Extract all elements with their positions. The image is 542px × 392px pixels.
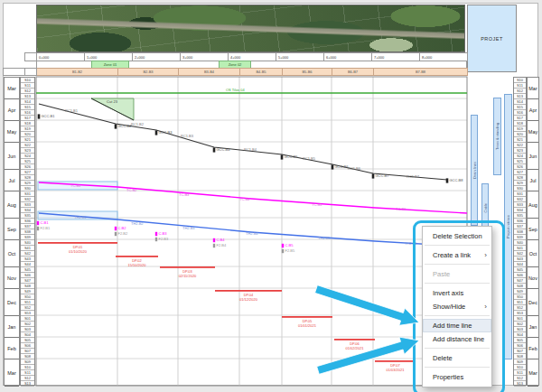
menu-item-label: Show/Hide <box>433 303 465 311</box>
point-milestone[interactable] <box>37 221 39 225</box>
black-milestone-label: GCC.B3 <box>159 130 173 135</box>
menu-item-delete-selection[interactable]: Delete Selection <box>423 229 491 243</box>
black-milestone[interactable] <box>281 154 284 159</box>
magenta-task-line-label: TC.B1 <box>70 183 81 188</box>
point-milestone[interactable] <box>282 244 284 247</box>
cut-area-label: Cut 23 <box>107 99 118 104</box>
red-dp-bar-date: 01/10/2020 <box>69 249 88 254</box>
menu-item-invert-axis[interactable]: Invert axis <box>423 286 491 300</box>
black-milestone[interactable] <box>155 130 158 135</box>
point-milestone[interactable] <box>115 227 117 230</box>
menu-item-show-hide[interactable]: Show/Hide› <box>423 300 491 313</box>
menu-item-label: Create a link <box>433 251 471 259</box>
menu-item-delete[interactable]: Delete <box>423 351 491 365</box>
menu-item-label: Properties <box>433 373 463 381</box>
black-milestone[interactable] <box>372 173 375 178</box>
blue-task-line-label: TH2.B3 <box>182 226 195 230</box>
red-dp-bar[interactable] <box>282 316 332 318</box>
point-milestone-label: F2.B3 <box>159 237 169 241</box>
black-milestone-label: GCC.B7 <box>376 173 390 178</box>
blue-task-line-label: TH2.B4 <box>246 231 258 236</box>
point-milestone-label: C.B1 <box>41 220 50 225</box>
red-dp-bar-date: 01/01/2021 <box>298 323 317 328</box>
point-milestone-label: F2.B4 <box>217 243 227 247</box>
green-time-line-label: OS Tilos 04 <box>226 88 245 92</box>
black-task-line-label: RC1.B6 <box>348 166 361 171</box>
blue-task-line-label: TH2.B2 <box>131 221 144 226</box>
black-task-line-label: RC1.B2 <box>131 122 145 126</box>
point-milestone[interactable] <box>155 232 157 236</box>
red-dp-bar[interactable] <box>160 266 215 268</box>
black-task-line-label: RC1.B7 <box>406 174 420 179</box>
black-milestone[interactable] <box>38 114 41 118</box>
menu-item-label: Invert axis <box>433 289 463 297</box>
black-milestone-label: GCC.B8 <box>450 178 464 182</box>
point-milestone[interactable] <box>282 249 284 253</box>
blue-task-line-label: TH2.B5 <box>318 236 331 240</box>
magenta-task-line-label: TC.B6 <box>396 207 406 211</box>
menu-item-create-a-link[interactable]: Create a link› <box>423 248 491 262</box>
menu-item-label: Delete <box>433 354 453 362</box>
point-milestone[interactable] <box>115 232 117 236</box>
red-dp-bar[interactable] <box>38 242 117 244</box>
black-milestone-label: GCC.B2 <box>118 124 133 128</box>
magenta-task-line-label: TC.B2 <box>126 188 137 192</box>
black-milestone[interactable] <box>446 178 449 182</box>
black-task-line-label: RC1.B3 <box>181 134 194 138</box>
menu-item-paste: Paste <box>423 267 491 281</box>
point-milestone-label: F2.B2 <box>118 231 128 236</box>
black-milestone[interactable] <box>115 124 117 128</box>
point-milestone-label: C.B4 <box>217 238 226 242</box>
menu-item-add-distance-line[interactable]: Add distance line <box>423 332 491 346</box>
red-dp-bar[interactable] <box>116 256 158 257</box>
red-dp-bar[interactable] <box>215 290 282 292</box>
red-dp-bar-date: 01/03/2021 <box>386 368 405 372</box>
point-milestone-label: C.B3 <box>159 231 168 236</box>
black-task-line-label: RC1.B1 <box>65 108 79 113</box>
black-milestone-label: GCC.B4 <box>217 147 231 152</box>
menu-item-label: Paste <box>433 270 450 278</box>
point-milestone-label: C.B5 <box>285 243 294 247</box>
magenta-task-line-label: TC.B5 <box>312 202 322 207</box>
point-milestone[interactable] <box>213 238 215 242</box>
red-dp-bar-date: 01/12/2020 <box>239 297 258 302</box>
magenta-task-line-label: TC.B3 <box>179 192 190 197</box>
point-milestone[interactable] <box>213 244 215 247</box>
black-milestone-label: GCC.B1 <box>42 114 56 118</box>
point-milestone[interactable] <box>37 227 39 230</box>
black-milestone[interactable] <box>213 147 216 152</box>
red-dp-bar[interactable] <box>375 360 416 362</box>
point-milestone-label: C.B2 <box>118 226 127 230</box>
menu-item-add-time-line[interactable]: Add time line <box>423 319 491 332</box>
black-task-line-label: RC1.B5 <box>303 156 316 161</box>
red-dp-bar-date: 02/11/2020 <box>179 274 197 278</box>
submenu-chevron-icon: › <box>484 300 487 313</box>
red-dp-bar-date: 15/10/2020 <box>127 263 146 267</box>
red-dp-bar[interactable] <box>334 339 375 341</box>
menu-item-properties[interactable]: Properties <box>423 370 491 384</box>
menu-item-label: Delete Selection <box>433 232 482 240</box>
black-task-line-label: RC1.B4 <box>244 147 257 152</box>
blue-task-line-label: TH2.B6 <box>405 241 417 246</box>
black-milestone[interactable] <box>332 164 334 169</box>
context-menu: Delete SelectionCreate a link›PasteInver… <box>422 226 492 387</box>
blue-task-line-label: TH2.B1 <box>74 215 87 219</box>
menu-item-label: Add distance line <box>433 335 484 343</box>
submenu-chevron-icon: › <box>484 248 487 262</box>
blue-task-line[interactable] <box>39 213 467 247</box>
point-milestone-label: F2.B1 <box>41 226 51 230</box>
magenta-task-line-label: TC.B4 <box>239 197 250 201</box>
black-milestone-label: GCC.B6 <box>335 164 350 169</box>
black-milestone-label: GCC.B5 <box>285 154 299 159</box>
red-dp-bar-date: 01/02/2021 <box>345 346 364 350</box>
point-milestone-label: F2.B5 <box>285 248 295 253</box>
menu-item-label: Add time line <box>433 322 472 330</box>
point-milestone[interactable] <box>155 238 157 241</box>
